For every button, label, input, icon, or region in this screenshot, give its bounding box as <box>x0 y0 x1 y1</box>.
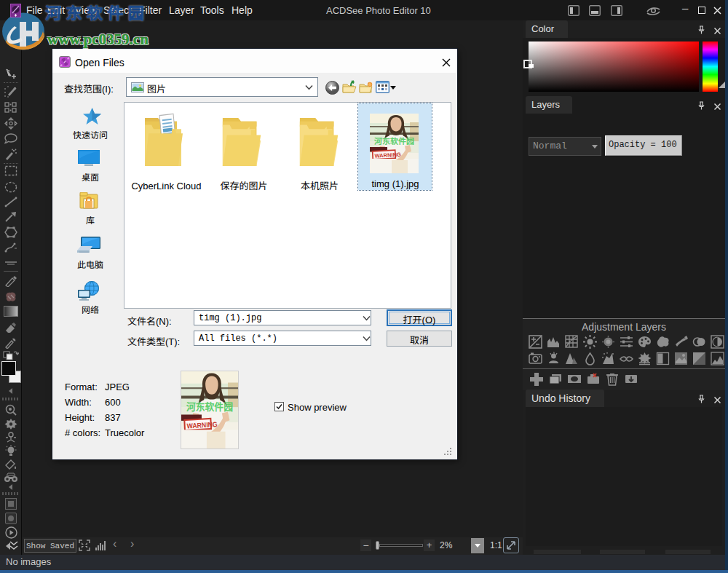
svg-text:河东软件园: 河东软件园 <box>186 398 233 414</box>
svg-text:WARNING: WARNING <box>374 151 401 159</box>
svg-text:河东软件园: 河东软件园 <box>374 135 414 146</box>
